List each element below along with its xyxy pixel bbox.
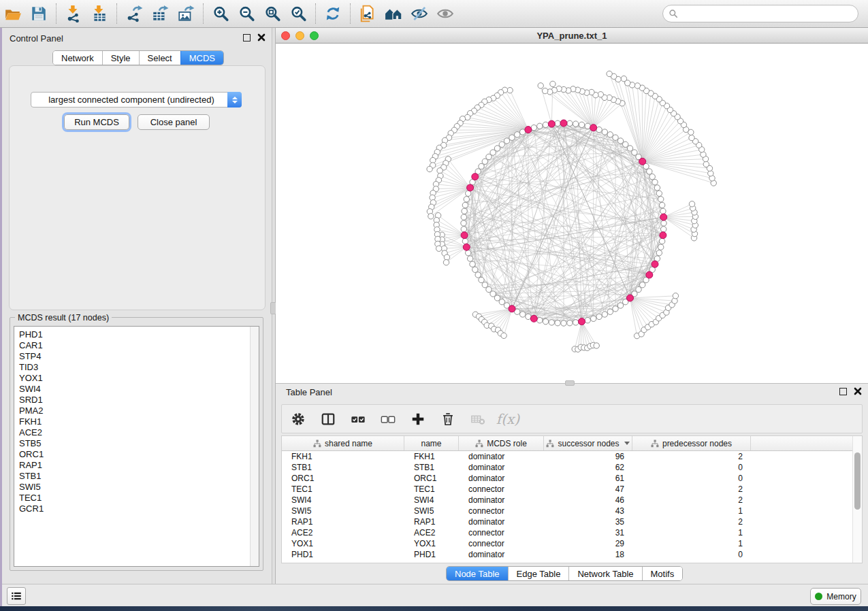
close-table-panel-icon[interactable] xyxy=(854,387,862,395)
save-session-icon[interactable] xyxy=(26,2,52,25)
cell-shared_name[interactable]: ACE2 xyxy=(282,527,404,538)
float-table-panel-icon[interactable] xyxy=(839,388,847,395)
first-neighbors-icon[interactable] xyxy=(381,2,406,25)
table-scrollbar[interactable] xyxy=(852,436,862,563)
cell-successor_nodes[interactable]: 96 xyxy=(544,451,632,462)
cell-predecessor_nodes[interactable]: 2 xyxy=(632,484,751,495)
column-header-mcds_role[interactable]: MCDS role xyxy=(459,436,544,450)
cell-mcds_role[interactable]: connector xyxy=(459,538,544,549)
cell-shared_name[interactable]: YOX1 xyxy=(282,538,404,549)
tab-mcds[interactable]: MCDS xyxy=(180,51,223,65)
cell-name[interactable]: TEC1 xyxy=(404,484,459,495)
mcds-result-item[interactable]: STB5 xyxy=(19,438,259,449)
table-row[interactable]: ORC1ORC1dominator610 xyxy=(282,473,854,484)
cell-mcds_role[interactable]: dominator xyxy=(459,473,544,484)
column-header-name[interactable]: name xyxy=(404,436,459,450)
export-network-icon[interactable] xyxy=(121,2,147,25)
open-file-icon[interactable] xyxy=(0,2,26,25)
tab-edge-table[interactable]: Edge Table xyxy=(508,567,569,580)
zoom-in-icon[interactable] xyxy=(208,2,234,25)
horizontal-splitter-handle[interactable] xyxy=(565,380,575,386)
refresh-layout-icon[interactable] xyxy=(320,2,346,25)
cell-successor_nodes[interactable]: 46 xyxy=(544,495,632,506)
export-table-icon[interactable] xyxy=(147,2,173,25)
export-image-icon[interactable] xyxy=(173,2,199,25)
cell-shared_name[interactable]: STB1 xyxy=(282,462,404,473)
float-panel-icon[interactable] xyxy=(243,34,251,42)
cell-name[interactable]: ACE2 xyxy=(404,527,459,538)
cell-name[interactable]: FKH1 xyxy=(404,451,459,462)
table-row[interactable]: STB1STB1dominator620 xyxy=(282,462,854,473)
cell-shared_name[interactable]: SWI5 xyxy=(282,506,404,516)
zoom-fit-icon[interactable] xyxy=(259,2,285,25)
network-view-canvas[interactable] xyxy=(276,44,868,383)
cell-mcds_role[interactable]: dominator xyxy=(459,495,544,506)
cell-name[interactable]: PHD1 xyxy=(404,549,459,560)
mcds-result-item[interactable]: YOX1 xyxy=(19,373,259,384)
node-table[interactable]: shared namenameMCDS rolesuccessor nodesp… xyxy=(281,435,863,563)
new-network-from-selection-icon[interactable] xyxy=(355,2,381,25)
table-row[interactable]: ACE2ACE2connector311 xyxy=(282,527,854,538)
cell-predecessor_nodes[interactable]: 1 xyxy=(632,538,751,549)
cell-successor_nodes[interactable]: 62 xyxy=(544,462,632,473)
cell-predecessor_nodes[interactable]: 2 xyxy=(632,451,751,462)
mcds-result-item[interactable]: SWI4 xyxy=(19,384,259,395)
cell-name[interactable]: SWI4 xyxy=(404,495,459,506)
table-row[interactable]: RAP1RAP1dominator352 xyxy=(282,516,854,527)
mcds-result-item[interactable]: SWI5 xyxy=(19,482,259,493)
hide-selected-icon[interactable] xyxy=(406,2,432,25)
table-row[interactable]: YOX1YOX1connector291 xyxy=(282,538,854,549)
tab-select[interactable]: Select xyxy=(139,51,180,65)
column-view-icon[interactable] xyxy=(319,410,338,429)
zoom-out-icon[interactable] xyxy=(234,2,259,25)
cell-predecessor_nodes[interactable]: 2 xyxy=(632,495,751,506)
cell-shared_name[interactable]: RAP1 xyxy=(282,516,404,527)
mcds-result-item[interactable]: ORC1 xyxy=(19,449,259,460)
mcds-result-list[interactable]: PHD1CAR1STP4TID3YOX1SWI4SRD1PMA2FKH1ACE2… xyxy=(14,326,259,567)
mcds-result-item[interactable]: GCR1 xyxy=(19,503,259,514)
cell-name[interactable]: SWI5 xyxy=(404,506,459,516)
cell-successor_nodes[interactable]: 18 xyxy=(544,549,632,560)
cell-mcds_role[interactable]: dominator xyxy=(459,462,544,473)
mcds-result-item[interactable]: ACE2 xyxy=(19,427,259,438)
mcds-result-item[interactable]: SRD1 xyxy=(19,395,259,406)
table-row[interactable]: FKH1FKH1dominator962 xyxy=(282,451,854,462)
tab-motifs[interactable]: Motifs xyxy=(642,567,683,580)
tab-node-table[interactable]: Node Table xyxy=(447,567,508,580)
cell-mcds_role[interactable]: connector xyxy=(459,506,544,516)
mcds-result-item[interactable]: STB1 xyxy=(19,471,259,482)
tab-network[interactable]: Network xyxy=(53,51,102,65)
cell-name[interactable]: ORC1 xyxy=(404,473,459,484)
cell-successor_nodes[interactable]: 29 xyxy=(544,538,632,549)
cell-successor_nodes[interactable]: 35 xyxy=(544,516,632,527)
create-column-icon[interactable] xyxy=(408,410,428,429)
mcds-result-item[interactable]: TEC1 xyxy=(19,493,259,503)
zoom-selected-icon[interactable] xyxy=(285,2,311,25)
cell-successor_nodes[interactable]: 61 xyxy=(544,473,632,484)
cell-predecessor_nodes[interactable]: 1 xyxy=(632,506,751,516)
show-all-icon[interactable] xyxy=(432,2,458,25)
mcds-result-item[interactable]: CAR1 xyxy=(19,340,259,351)
cell-shared_name[interactable]: TEC1 xyxy=(282,484,404,495)
cell-mcds_role[interactable]: dominator xyxy=(459,549,544,560)
column-header-shared_name[interactable]: shared name xyxy=(282,436,404,450)
cell-mcds_role[interactable]: connector xyxy=(459,527,544,538)
column-header-predecessor_nodes[interactable]: predecessor nodes xyxy=(632,436,751,450)
cell-predecessor_nodes[interactable]: 1 xyxy=(632,527,751,538)
network-window-titlebar[interactable]: YPA_prune.txt_1 xyxy=(276,28,868,44)
mcds-result-item[interactable]: STP4 xyxy=(19,351,259,362)
cell-predecessor_nodes[interactable]: 0 xyxy=(632,549,751,560)
import-network-icon[interactable] xyxy=(61,2,86,25)
cell-predecessor_nodes[interactable]: 0 xyxy=(632,473,751,484)
mcds-list-scrollbar[interactable] xyxy=(250,327,259,566)
mcds-result-item[interactable]: PMA2 xyxy=(19,406,259,416)
run-mcds-button[interactable]: Run MCDS xyxy=(64,114,129,130)
network-graph[interactable] xyxy=(276,44,868,383)
mcds-result-item[interactable]: RAP1 xyxy=(19,460,259,471)
table-row[interactable]: SWI4SWI4dominator462 xyxy=(282,495,854,506)
cell-shared_name[interactable]: SWI4 xyxy=(282,495,404,506)
cell-shared_name[interactable]: PHD1 xyxy=(282,549,404,560)
table-row[interactable]: PHD1PHD1dominator180 xyxy=(282,549,854,560)
cell-successor_nodes[interactable]: 47 xyxy=(544,484,632,495)
select-all-columns-icon[interactable] xyxy=(349,410,368,429)
